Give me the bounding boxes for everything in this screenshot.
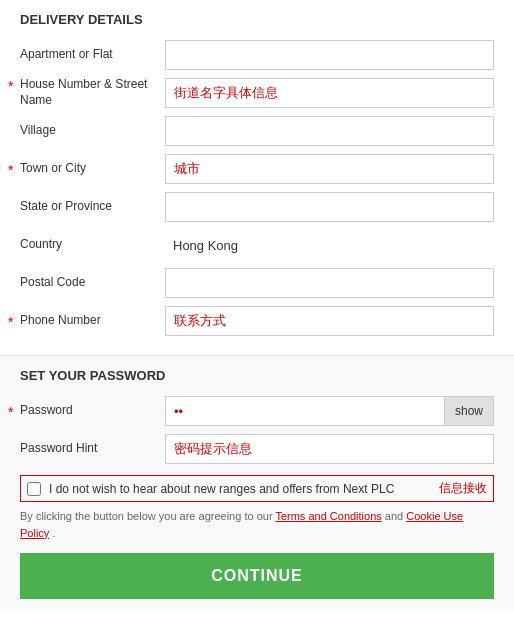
house-number-label: * House Number & Street Name <box>20 77 165 108</box>
state-province-input[interactable] <box>165 192 494 222</box>
village-input[interactable] <box>165 116 494 146</box>
terms-conditions-link[interactable]: Terms and Conditions <box>275 510 381 522</box>
password-section-title: SET YOUR PASSWORD <box>20 368 494 383</box>
state-province-label: State or Province <box>20 199 165 215</box>
password-row: * Password show <box>20 395 494 427</box>
required-star: * <box>8 77 13 95</box>
show-password-button[interactable]: show <box>444 396 494 426</box>
apartment-label: Apartment or Flat <box>20 47 165 63</box>
marketing-checkbox-row: I do not wish to hear about new ranges a… <box>20 475 494 502</box>
password-hint-input[interactable] <box>165 434 494 464</box>
country-label: Country <box>20 237 165 253</box>
password-input-wrapper: show <box>165 396 494 426</box>
terms-text: By clicking the button below you are agr… <box>20 508 494 541</box>
state-province-row: State or Province <box>20 191 494 223</box>
postal-code-input[interactable] <box>165 268 494 298</box>
town-city-label: * Town or City <box>20 161 165 177</box>
village-label: Village <box>20 123 165 139</box>
apartment-row: Apartment or Flat <box>20 39 494 71</box>
town-city-row: * Town or City <box>20 153 494 185</box>
postal-code-row: Postal Code <box>20 267 494 299</box>
house-number-input[interactable] <box>165 78 494 108</box>
apartment-input[interactable] <box>165 40 494 70</box>
phone-number-input[interactable] <box>165 306 494 336</box>
password-section: SET YOUR PASSWORD * Password show Passwo… <box>0 355 514 611</box>
password-hint-row: Password Hint <box>20 433 494 465</box>
postal-code-label: Postal Code <box>20 275 165 291</box>
phone-number-row: * Phone Number <box>20 305 494 337</box>
town-city-input[interactable] <box>165 154 494 184</box>
delivery-section: DELIVERY DETAILS Apartment or Flat * Hou… <box>0 0 514 355</box>
marketing-note: 信息接收 <box>439 480 487 497</box>
marketing-checkbox-label: I do not wish to hear about new ranges a… <box>49 482 433 496</box>
required-star-phone: * <box>8 313 13 331</box>
password-label: * Password <box>20 403 165 419</box>
village-row: Village <box>20 115 494 147</box>
house-number-row: * House Number & Street Name <box>20 77 494 109</box>
phone-number-label: * Phone Number <box>20 313 165 329</box>
country-row: Country Hong Kong <box>20 229 494 261</box>
country-value: Hong Kong <box>165 234 494 257</box>
required-star-city: * <box>8 161 13 179</box>
required-star-pw: * <box>8 403 13 421</box>
delivery-title: DELIVERY DETAILS <box>20 12 494 27</box>
password-hint-label: Password Hint <box>20 441 165 457</box>
continue-button[interactable]: CONTINUE <box>20 553 494 599</box>
marketing-checkbox[interactable] <box>27 482 41 496</box>
